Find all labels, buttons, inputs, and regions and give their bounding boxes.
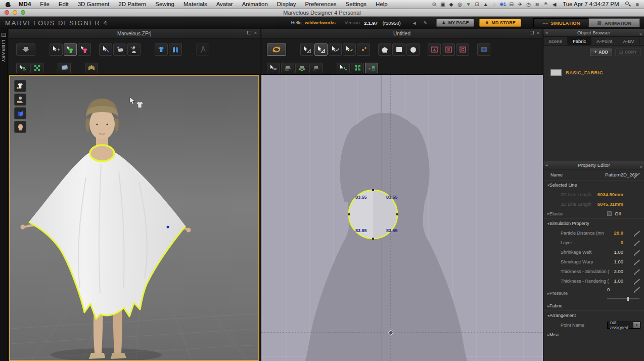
menu-sewing[interactable]: Sewing (151, 1, 179, 7)
restore-panel-icon[interactable] (247, 31, 251, 34)
show-head-toggle[interactable] (14, 121, 26, 133)
gizmo-dropdown-button[interactable] (16, 43, 35, 56)
notifications-icon[interactable]: ◆ (447, 2, 455, 7)
edit-curvature-tool[interactable] (329, 43, 342, 56)
copy-fabric-button[interactable]: ⊡ COPY (615, 49, 641, 56)
window-layers-icon[interactable]: ⊡ (473, 2, 481, 7)
video-capture-icon[interactable]: ▣ (438, 2, 447, 7)
select-move-tool[interactable] (50, 43, 63, 56)
pressure-row[interactable]: ▸ Pressure 0 (543, 286, 644, 301)
simulation-tab[interactable]: ⌄⌄ SIMULATION (533, 18, 589, 27)
library-sidebar[interactable]: LIBRARY (0, 29, 8, 361)
user-account-icon[interactable]: ◌ (490, 2, 498, 7)
select-pattern-tool[interactable] (78, 43, 91, 56)
apple-menu-icon[interactable] (5, 1, 12, 8)
menu-preferences[interactable]: Preferences (301, 1, 341, 7)
edit-pattern-tool[interactable] (314, 43, 328, 56)
texture-transform-tool[interactable] (365, 63, 378, 73)
time-machine-icon[interactable]: ◷ (524, 2, 533, 7)
texture-3d-tool[interactable] (30, 63, 43, 73)
rectangle-tool[interactable] (392, 43, 405, 56)
tab-a-point[interactable]: A-Point (591, 37, 618, 45)
point-name-dropdown[interactable]: not assigned ▾ (607, 322, 640, 329)
screen-capture-icon[interactable]: ⊙ (430, 2, 438, 7)
edit-icon[interactable] (635, 279, 640, 283)
close-panel-icon[interactable]: × (639, 30, 642, 38)
show-pattern-book-toggle[interactable] (14, 107, 26, 119)
network-badge-icon[interactable]: ◉1 (498, 2, 507, 7)
menu-settings[interactable]: Settings (341, 1, 372, 7)
press-tool[interactable] (85, 63, 98, 73)
menu-edit[interactable]: Edit (54, 1, 73, 7)
transform-pattern-tool[interactable] (300, 43, 313, 56)
md-store-button[interactable]: ♜ MD STORE (479, 19, 521, 27)
dock-panel-icon[interactable]: ◂ (545, 163, 547, 167)
tab-scene[interactable]: Scene (543, 37, 568, 45)
elastic-row[interactable]: ▸ Elastic Off (543, 209, 644, 218)
particle-distance-value[interactable]: 20.0 (614, 230, 624, 236)
avatar-pin-tool[interactable] (127, 43, 141, 56)
spotlight-icon[interactable] (625, 2, 631, 7)
window-title-bar[interactable]: Marvelous Designer 4 Personal (0, 9, 644, 17)
displays-icon[interactable]: ⊟ (507, 2, 516, 7)
thickness-simulation-value[interactable]: 3.00 (614, 268, 624, 274)
elastic-checkbox[interactable] (607, 211, 612, 216)
dock-panel-icon[interactable]: ◂ (545, 31, 547, 35)
close-panel-icon[interactable]: × (537, 31, 539, 35)
pressure-value[interactable]: 0 (607, 287, 610, 292)
viewport-3d[interactable] (9, 75, 259, 361)
wifi-icon[interactable]: ≋ (533, 2, 541, 7)
tab-fabric[interactable]: Fabric (568, 37, 591, 45)
object-browser-title-bar[interactable]: ◂ Object Browser × (543, 29, 644, 37)
menu-3d-garment[interactable]: 3D Garment (73, 1, 114, 7)
panel-2d-title-bar[interactable]: Untitled × (261, 29, 542, 38)
notification-center-icon[interactable]: ≡ (636, 1, 639, 7)
internal-circle-tool[interactable] (456, 43, 469, 56)
quicktime-icon[interactable]: ◎ (455, 2, 464, 7)
selected-line-header[interactable]: ▾ Selected Line (543, 180, 644, 190)
shrinkage-weft-value[interactable]: 1.00 (614, 249, 624, 255)
circle-tool[interactable] (406, 43, 420, 56)
restore-panel-icon[interactable] (530, 31, 534, 34)
simulation-property-header[interactable]: ▾ Simulation Property (543, 218, 644, 228)
airplane-icon[interactable]: ✈ (516, 2, 524, 7)
avatar-pose-tool[interactable] (196, 43, 209, 56)
menu-clock[interactable]: Tue Apr 7 4:34:27 PM (559, 1, 623, 7)
thickness-rendering-value[interactable]: 1.00 (614, 278, 624, 284)
layer-value[interactable]: 0 (621, 240, 623, 245)
edit-icon[interactable] (635, 269, 640, 274)
edit-curve-point-tool[interactable] (343, 43, 356, 56)
menu-materials[interactable]: Materials (179, 1, 212, 7)
menu-2d-pattern[interactable]: 2D Pattern (114, 1, 151, 7)
show-avatar-toggle[interactable] (14, 94, 26, 106)
property-editor-title-bar[interactable]: ◂ Property Editor × (543, 161, 644, 169)
menu-md4[interactable]: MD4 (18, 1, 35, 7)
add-point-tool[interactable] (357, 43, 370, 56)
menu-help[interactable]: Help (371, 1, 392, 7)
animation-tab[interactable]: ▦ ANIMATION (588, 18, 640, 27)
edit-icon[interactable] (635, 250, 640, 254)
name-value[interactable]: Pattern2D_269 (605, 172, 637, 177)
fabric-color-swatch[interactable] (550, 69, 562, 76)
my-page-button[interactable]: ♟ MY PAGE (436, 19, 475, 27)
username-link[interactable]: wildwebworks (305, 20, 336, 25)
menu-avatar[interactable]: Avatar (212, 1, 238, 7)
arrangement-section-header[interactable]: ▾ Arrangement (543, 310, 644, 320)
add-fabric-button[interactable]: + ADD (590, 49, 612, 56)
edit-icon[interactable] (635, 231, 640, 235)
polygon-tool[interactable] (378, 43, 391, 56)
edit-icon[interactable] (635, 259, 640, 264)
eject-icon[interactable]: ≙ (541, 2, 550, 7)
free-sewing-tool[interactable] (295, 63, 308, 73)
pressure-slider[interactable] (607, 298, 639, 299)
panel-3d-title-bar[interactable]: Marvelous.ZPrj × (9, 29, 260, 38)
edit-icon[interactable] (635, 287, 640, 291)
show-pattern-toggle[interactable] (169, 43, 182, 56)
pin-box-tool[interactable] (113, 43, 126, 56)
dart-tool[interactable] (477, 43, 490, 56)
shrinkage-warp-value[interactable]: 1.00 (614, 259, 624, 264)
edit-texture-tool[interactable] (337, 63, 350, 73)
show-garment-3d-toggle[interactable] (14, 80, 26, 92)
pin-tool[interactable] (99, 43, 112, 56)
internal-polygon-tool[interactable] (428, 43, 441, 56)
